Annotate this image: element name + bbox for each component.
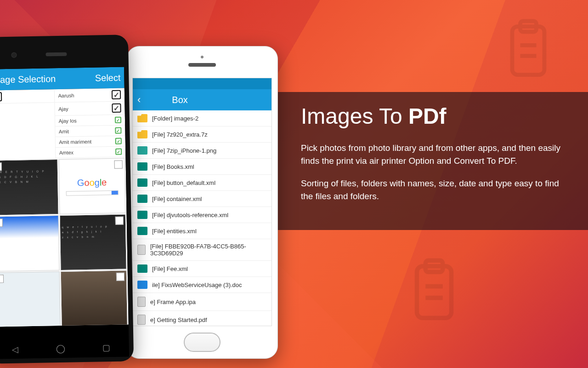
checkbox-icon[interactable]: ✓ xyxy=(112,90,121,99)
contacts-list: Aarush✓Ajay✓Ajay Ios✓Amit✓Amit mariment✓… xyxy=(54,88,125,158)
headline-bold: PDf xyxy=(408,104,447,128)
home-button[interactable] xyxy=(184,333,220,352)
contact-name: Amtex xyxy=(59,149,112,155)
file-label: [File] Fee.xml xyxy=(152,265,188,272)
speaker xyxy=(188,63,216,67)
thumb-checkbox[interactable] xyxy=(116,273,124,281)
box-header: ‹ Box xyxy=(133,89,271,110)
file-label: [File] djvutools-reference.xml xyxy=(152,212,228,218)
file-row[interactable]: [File] FBBE920B-FA7B-4CC5-B865-3C3D69D29 xyxy=(133,239,271,261)
sensor xyxy=(201,56,204,58)
file-row[interactable]: e] Frame App.ipa xyxy=(133,293,271,311)
contact-row[interactable]: Amtex✓ xyxy=(56,146,126,158)
file-row[interactable]: [File] container.xml xyxy=(133,191,271,207)
file-label: ile] FixsWebServiceUsage (3).doc xyxy=(152,282,242,288)
image-selection-header: mage Selection Select xyxy=(0,67,124,90)
file-icon xyxy=(137,315,146,325)
clipboard-icon xyxy=(400,258,469,327)
marketing-copy: Images To PDf Pick photos from photo lib… xyxy=(301,104,565,213)
file-row[interactable]: e] Getting Started.pdf xyxy=(133,311,271,326)
description-2: Sorting of files, folders with names, si… xyxy=(301,177,565,202)
checkbox-icon[interactable]: ✓ xyxy=(0,92,2,101)
file-label: e] Getting Started.pdf xyxy=(150,316,207,323)
file-label: e] Frame App.ipa xyxy=(150,299,196,305)
contact-row[interactable]: Ajay✓ xyxy=(55,101,125,116)
file-label: [File] FBBE920B-FA7B-4CC5-B865-3C3D69D29 xyxy=(150,243,267,257)
search-bar-preview xyxy=(66,190,118,196)
box-title: Box xyxy=(172,95,187,105)
thumb-checkbox[interactable] xyxy=(0,275,4,283)
headline-prefix: Images To xyxy=(301,104,408,128)
thumbnail-app[interactable] xyxy=(0,215,59,272)
file-icon xyxy=(137,297,146,307)
file-row[interactable]: [File] djvutools-reference.xml xyxy=(133,207,271,223)
screen-image-selection: mage Selection Select ✓ Aarush✓Ajay✓Ajay… xyxy=(0,67,129,359)
earpiece xyxy=(45,52,67,57)
checkbox-icon[interactable]: ✓ xyxy=(115,138,122,144)
checkbox-icon[interactable]: ✓ xyxy=(112,104,121,113)
contact-row[interactable]: Amit✓ xyxy=(55,125,125,137)
thumbnail-google[interactable]: Google xyxy=(58,158,126,214)
thumbnail-keyboard[interactable]: Q W E R T Y U I O PA S D F G H J K LZ X … xyxy=(0,159,58,216)
contact-name: Amit xyxy=(59,128,112,134)
file-row[interactable]: [File] Fee.xml xyxy=(133,261,271,277)
recent-nav-icon[interactable]: ▢ xyxy=(102,343,110,353)
file-row[interactable]: [File] button_default.xml xyxy=(133,175,271,191)
home-nav-icon[interactable]: ◯ xyxy=(56,344,65,354)
file-row[interactable]: ile] FixsWebServiceUsage (3).doc xyxy=(133,277,271,293)
doc-icon xyxy=(137,281,147,289)
device-white-phone: ‹ Box [Folder] images-2[File] 7z920_extr… xyxy=(126,46,278,359)
header-title: mage Selection xyxy=(0,74,56,85)
contact-name: Aarush xyxy=(58,92,108,98)
file-list[interactable]: [Folder] images-2[File] 7z920_extra.7z[F… xyxy=(133,110,271,326)
contact-row[interactable]: Aarush✓ xyxy=(54,88,124,103)
checkbox-icon[interactable]: ✓ xyxy=(115,149,122,155)
android-navbar: ◁ ◯ ▢ xyxy=(0,338,129,359)
thumbnail-share-panel[interactable]: Share Facebook Twitter xyxy=(61,326,128,327)
contact-name: Amit mariment xyxy=(59,138,112,145)
xml-icon xyxy=(137,264,147,273)
file-row[interactable]: [File] entities.xml xyxy=(133,223,271,239)
file-icon xyxy=(137,245,146,255)
file-label: [File] 7zip_iPhone-1.png xyxy=(152,147,216,154)
thumb-checkbox[interactable] xyxy=(114,161,123,169)
contact-row[interactable]: Amit mariment✓ xyxy=(55,136,125,148)
google-logo: Google xyxy=(77,177,107,188)
back-icon[interactable]: ‹ xyxy=(137,94,141,106)
camera-dot xyxy=(11,52,17,58)
file-row[interactable]: [File] 7zip_iPhone-1.png xyxy=(133,143,271,159)
image-selection-body: ✓ Aarush✓Ajay✓Ajay Ios✓Amit✓Amit marimen… xyxy=(0,88,129,327)
file-label: [File] Books.xml xyxy=(152,163,194,170)
img-icon xyxy=(137,146,147,155)
file-row[interactable]: [File] Books.xml xyxy=(133,159,271,175)
thumb-checkbox[interactable] xyxy=(0,218,3,227)
thumbnail-keyboard[interactable]: q w e r t y u i o pa s d f g h j k lz x … xyxy=(59,214,127,270)
thumbnail-grid: Q W E R T Y U I O PA S D F G H J K LZ X … xyxy=(0,157,129,327)
file-row[interactable]: [Folder] images-2 xyxy=(133,110,271,126)
file-label: [Folder] images-2 xyxy=(152,115,198,122)
clipboard-icon xyxy=(496,18,560,83)
description-1: Pick photos from photo library and from … xyxy=(301,142,565,167)
checkbox-icon[interactable]: ✓ xyxy=(115,127,121,134)
folder-icon xyxy=(137,130,147,138)
contact-name: Ajay Ios xyxy=(59,117,112,124)
thumbnail-photo[interactable] xyxy=(60,270,128,327)
contact-row[interactable]: ✓ xyxy=(0,89,54,104)
keyboard-preview: q w e r t y u i o pa s d f g h j k lz x … xyxy=(62,224,124,240)
contact-row[interactable]: Ajay Ios✓ xyxy=(55,115,125,126)
statusbar xyxy=(133,78,271,89)
file-label: [File] container.xml xyxy=(152,196,202,202)
keyboard-preview: Q W E R T Y U I O PA S D F G H J K LZ X … xyxy=(0,169,56,185)
file-label: [File] 7z920_extra.7z xyxy=(152,131,208,138)
file-label: [File] button_default.xml xyxy=(152,179,215,186)
file-row[interactable]: [File] 7z920_extra.7z xyxy=(133,126,271,143)
folder-icon xyxy=(137,114,147,122)
xml-icon xyxy=(137,178,147,187)
thumbnail-photo[interactable] xyxy=(0,271,60,327)
select-button[interactable]: Select xyxy=(95,72,121,83)
xml-icon xyxy=(137,227,147,235)
checkbox-icon[interactable]: ✓ xyxy=(115,117,121,123)
xml-icon xyxy=(137,162,147,171)
back-nav-icon[interactable]: ◁ xyxy=(12,345,18,355)
contact-name: Ajay xyxy=(58,105,108,112)
